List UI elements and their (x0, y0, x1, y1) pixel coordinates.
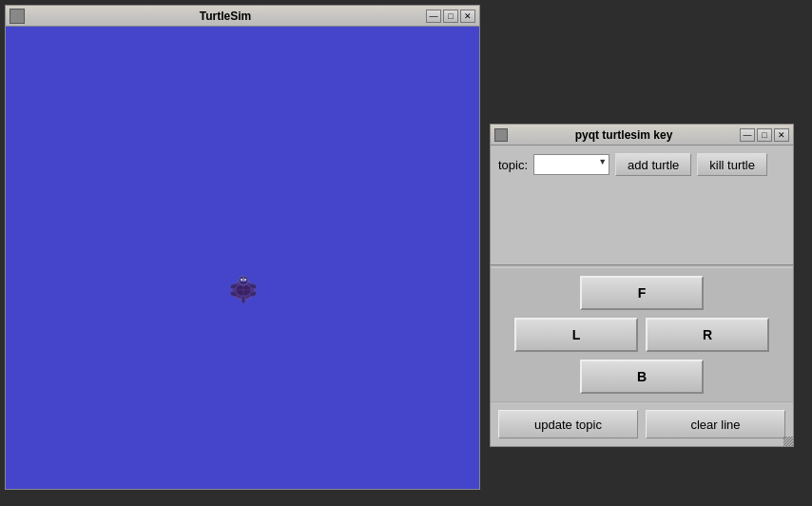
update-topic-button[interactable]: update topic (498, 410, 638, 438)
turtlesim-titlebar: TurtleSim — □ ✕ (6, 6, 479, 27)
topic-row: topic: add turtle kill turtle (498, 153, 785, 176)
navigation-area: F L R B (491, 268, 793, 401)
pyqt-title: pyqt turtlesim key (508, 128, 740, 142)
turtlesim-minimize-button[interactable]: — (426, 10, 441, 23)
pyqt-window-icon (494, 128, 508, 142)
pyqt-minimize-button[interactable]: — (740, 128, 755, 142)
turtlesim-window: TurtleSim — □ ✕ (5, 5, 480, 490)
svg-point-11 (242, 296, 245, 303)
pyqt-top-controls: topic: add turtle kill turtle (491, 146, 793, 264)
turtlesim-close-button[interactable]: ✕ (460, 10, 475, 23)
lr-row: L R (514, 318, 769, 352)
add-turtle-button[interactable]: add turtle (615, 153, 691, 176)
turtle-sprite (224, 269, 262, 307)
turtlesim-title: TurtleSim (25, 10, 426, 23)
pyqt-restore-button[interactable]: □ (757, 128, 772, 142)
forward-row: F (580, 276, 704, 310)
forward-button[interactable]: F (580, 276, 704, 310)
pyqt-close-button[interactable]: ✕ (774, 128, 789, 142)
topic-select[interactable] (533, 154, 609, 175)
pyqt-window: pyqt turtlesim key — □ ✕ topic: add turt… (490, 124, 794, 447)
turtlesim-window-controls: — □ ✕ (426, 10, 475, 23)
turtlesim-canvas (6, 27, 479, 489)
pyqt-titlebar: pyqt turtlesim key — □ ✕ (491, 125, 793, 146)
right-button[interactable]: R (646, 318, 769, 352)
resize-handle[interactable] (783, 437, 793, 446)
backward-button[interactable]: B (580, 360, 704, 394)
kill-turtle-button[interactable]: kill turtle (697, 153, 767, 176)
backward-row: B (580, 360, 704, 394)
clear-line-button[interactable]: clear line (646, 410, 785, 438)
pyqt-window-controls: — □ ✕ (740, 128, 789, 142)
bottom-controls: update topic clear line (491, 401, 793, 446)
left-button[interactable]: L (514, 318, 638, 352)
turtlesim-restore-button[interactable]: □ (443, 10, 458, 23)
turtlesim-window-icon (10, 9, 25, 24)
topic-label: topic: (498, 158, 528, 172)
topic-select-wrapper (533, 154, 609, 175)
